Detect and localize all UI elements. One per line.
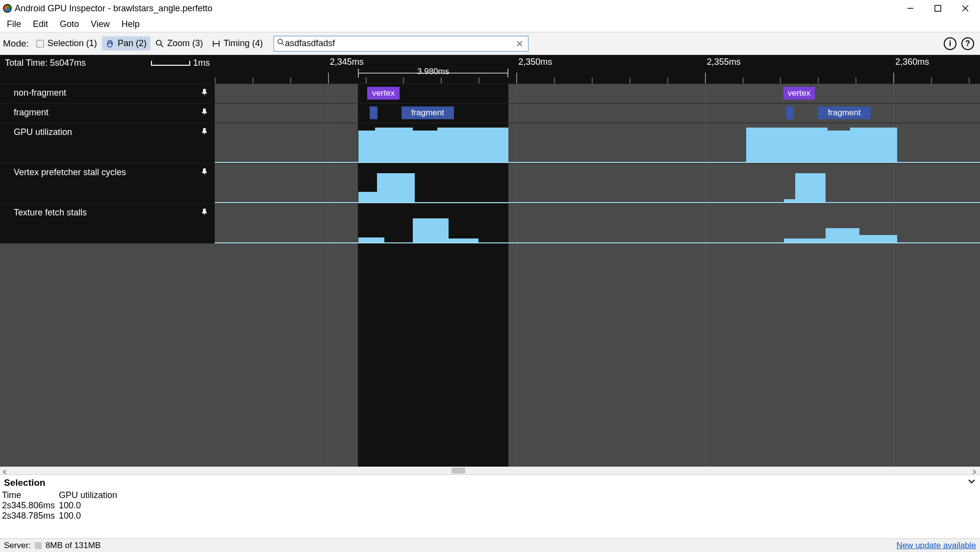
counter-bar[interactable] [413,131,437,162]
toolbar: Mode: Selection (1)Pan (2)Zoom (3)Timing… [0,32,980,55]
counter-bar[interactable] [795,173,826,203]
titlebar: Android GPU Inspector - brawlstars_angle… [0,0,980,17]
menu-file[interactable]: File [2,17,26,31]
menu-edit[interactable]: Edit [28,17,53,31]
counter-bar[interactable] [784,238,826,242]
track-label: non-fragment [14,88,66,98]
menu-goto[interactable]: Goto [55,17,84,31]
fragment-segment[interactable]: fragment [818,106,871,119]
menubar: FileEditGotoViewHelp [0,17,980,32]
total-time-label: Total Time: 5s047ms [5,58,86,68]
counter-bar[interactable] [784,199,795,202]
svg-point-10 [278,39,282,44]
pin-icon[interactable] [201,107,208,114]
track-gpu-utilization[interactable]: GPU utilization [0,123,980,163]
fragment-segment[interactable] [370,106,377,119]
track-non-fragment[interactable]: non-fragmentvertexvertex [0,83,980,103]
counter-bar[interactable] [413,218,449,242]
server-label: Server: [4,541,31,551]
timing-icon [212,39,221,48]
counter-bar[interactable] [449,238,479,242]
svg-line-11 [282,43,284,45]
counter-bar[interactable] [850,128,897,162]
svg-rect-1 [935,5,941,11]
mode-label: Mode: [3,38,30,49]
col-time: Time [2,490,59,500]
pin-icon[interactable] [201,127,208,134]
counter-bar[interactable] [358,237,384,243]
vertex-segment[interactable]: vertex [783,87,815,100]
selection-panel: Selection Time GPU utilization 2s345.806… [0,474,980,538]
selection-icon [36,39,45,48]
track-label: Vertex prefetcher stall cycles [14,167,126,178]
track-label: GPU utilization [14,127,72,137]
zoom-icon [155,39,164,48]
selection-title: Selection [4,477,45,488]
search-icon [277,38,285,49]
selection-row[interactable]: 2s345.806ms100.0 [2,500,980,511]
scroll-left-icon[interactable] [2,467,9,474]
svg-point-5 [156,40,161,45]
counter-bar[interactable] [828,131,850,162]
update-link[interactable]: New update available [896,541,976,551]
clear-search-icon[interactable] [516,39,525,48]
search-box[interactable] [274,36,528,52]
counter-bar[interactable] [375,128,413,162]
timeline[interactable]: Total Time: 5s047ms 1ms 2,345ms2,350ms2,… [0,55,980,467]
svg-rect-4 [37,40,44,47]
scroll-thumb[interactable] [452,468,465,473]
vertex-segment[interactable]: vertex [367,87,399,100]
track-vertex-prefetcher-stall-cycles[interactable]: Vertex prefetcher stall cycles [0,163,980,203]
menu-help[interactable]: Help [117,17,145,31]
app-icon [3,4,12,13]
time-ruler[interactable]: 2,345ms2,350ms2,355ms2,360ms3.980ms [215,55,980,83]
mode-selection[interactable]: Selection (1) [32,36,101,51]
horizontal-scrollbar[interactable] [0,467,980,474]
info-button[interactable]: i [944,37,956,50]
col-value: GPU utilization [59,490,117,500]
track-texture-fetch-stalls[interactable]: Texture fetch stalls [0,203,980,243]
counter-bar[interactable] [826,228,859,242]
statusbar: Server: 8MB of 131MB New update availabl… [0,538,980,552]
counter-bar[interactable] [358,192,377,202]
counter-bar[interactable] [358,131,375,162]
pin-icon[interactable] [201,167,208,174]
track-label: Texture fetch stalls [14,208,87,218]
zoom-span-label: 3.980ms [417,67,449,77]
memory-swatch-icon [35,542,42,549]
mode-pan[interactable]: Pan (2) [102,36,151,51]
track-fragment[interactable]: fragmentfragmentfragment [0,103,980,123]
minimize-button[interactable] [904,1,917,15]
track-label: fragment [14,107,49,118]
scale-label: 1ms [193,58,210,68]
counter-bar[interactable] [859,235,897,242]
maximize-button[interactable] [931,1,945,15]
counter-bar[interactable] [437,128,508,162]
collapse-icon[interactable] [967,477,976,488]
window-title: Android GPU Inspector - brawlstars_angle… [15,3,212,14]
svg-line-6 [161,45,163,47]
close-button[interactable] [958,1,972,15]
scale-indicator: 1ms [151,58,210,68]
fragment-segment[interactable]: fragment [402,106,454,119]
help-button[interactable]: ? [961,37,974,50]
pin-icon[interactable] [201,88,208,95]
counter-bar[interactable] [377,173,415,203]
pin-icon[interactable] [201,208,208,214]
counter-bar[interactable] [746,128,827,162]
memory-usage: 8MB of 131MB [46,541,101,551]
menu-view[interactable]: View [86,17,115,31]
search-input[interactable] [285,38,516,49]
scroll-right-icon[interactable] [971,467,978,474]
mode-zoom[interactable]: Zoom (3) [151,36,207,51]
pan-icon [106,39,115,48]
fragment-segment[interactable] [786,106,794,119]
selection-row[interactable]: 2s348.785ms100.0 [2,511,980,521]
mode-timing[interactable]: Timing (4) [208,36,267,51]
